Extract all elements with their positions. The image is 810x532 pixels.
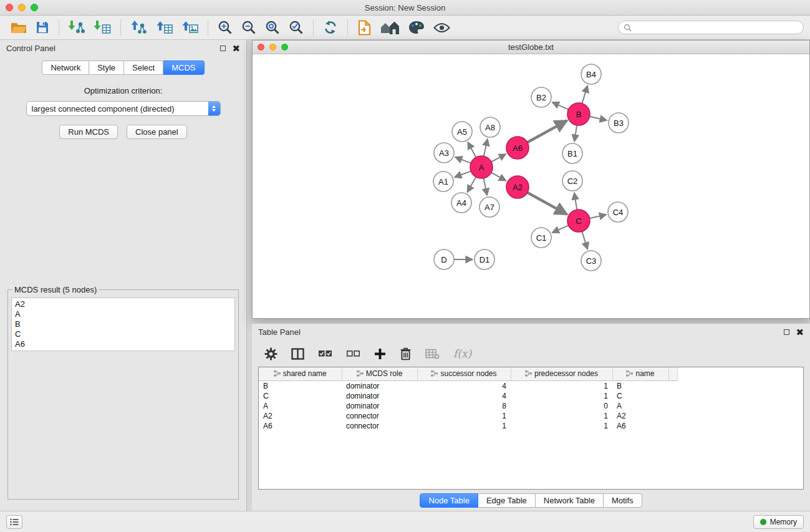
network-node-B[interactable]: B (567, 103, 590, 125)
tab-network[interactable]: Network (42, 60, 89, 75)
export-network-button[interactable] (126, 19, 152, 36)
network-edge-C-C4[interactable] (590, 215, 607, 218)
mcds-result-item-a2[interactable]: A2 (15, 299, 231, 309)
network-edge-A-A7[interactable] (484, 178, 488, 196)
network-overview-button[interactable] (376, 19, 404, 36)
show-graphics-details-button[interactable] (429, 21, 455, 34)
network-canvas[interactable]: B4B2BB3A5A8A6B1A3AC2A1A2A4A7C4CC1C3DD1 (253, 54, 809, 318)
network-edge-A-A3[interactable] (455, 157, 471, 163)
tab-select[interactable]: Select (124, 60, 163, 75)
column-header-successor-nodes[interactable]: successor nodes (417, 367, 511, 380)
table-settings-button[interactable] (261, 346, 281, 362)
network-node-D[interactable]: D (434, 249, 454, 269)
import-file-button[interactable] (353, 19, 376, 37)
deselect-all-button[interactable] (342, 348, 364, 359)
network-node-D1[interactable]: D1 (475, 249, 494, 269)
close-table-panel-icon[interactable]: ✖ (796, 329, 804, 335)
open-file-button[interactable] (6, 19, 31, 36)
tab-mcds[interactable]: MCDS (163, 60, 204, 75)
delete-table-button[interactable] (422, 347, 443, 360)
network-node-A4[interactable]: A4 (451, 193, 471, 213)
table-row-a[interactable]: Adominator80A (259, 401, 677, 411)
network-edge-B-B4[interactable] (582, 85, 587, 104)
column-header-name[interactable]: name (612, 367, 668, 380)
network-node-A3[interactable]: A3 (434, 143, 454, 163)
column-header-predecessor-nodes[interactable]: predecessor nodes (511, 367, 612, 380)
network-edge-A2-C[interactable] (528, 193, 567, 215)
column-header-shared-name[interactable]: shared name (259, 367, 342, 380)
export-table-button[interactable] (152, 19, 177, 36)
network-node-B3[interactable]: B3 (609, 113, 629, 133)
table-row-c[interactable]: Cdominator41C (259, 391, 677, 401)
network-graph[interactable]: B4B2BB3A5A8A6B1A3AC2A1A2A4A7C4CC1C3DD1 (253, 54, 809, 317)
network-edge-B-B3[interactable] (590, 117, 607, 120)
search-box[interactable] (618, 21, 804, 34)
network-edge-A-A2[interactable] (491, 173, 506, 181)
network-node-A7[interactable]: A7 (480, 197, 499, 217)
network-node-C3[interactable]: C3 (581, 251, 601, 271)
table-tab-motifs[interactable]: Motifs (604, 493, 642, 508)
network-edge-A6-B[interactable] (528, 120, 567, 142)
network-edge-A-A6[interactable] (491, 154, 506, 162)
network-edge-A-A5[interactable] (468, 142, 476, 158)
table-row-a2[interactable]: A2connector11A2 (259, 411, 677, 421)
zoom-in-button[interactable] (213, 19, 237, 36)
mcds-result-item-c[interactable]: C (15, 329, 231, 339)
float-panel-icon[interactable] (220, 46, 226, 51)
column-header-MCDS-role[interactable]: MCDS role (342, 367, 417, 380)
zoom-fit-button[interactable] (261, 19, 284, 36)
network-edge-C-C3[interactable] (582, 231, 587, 249)
import-table-button[interactable] (90, 19, 115, 36)
zoom-selected-button[interactable] (284, 19, 308, 36)
node-table[interactable]: shared nameMCDS rolesuccessor nodesprede… (258, 367, 804, 490)
export-image-button[interactable] (177, 19, 203, 36)
network-node-A2[interactable]: A2 (506, 176, 529, 198)
mcds-result-item-b[interactable]: B (15, 319, 231, 329)
network-node-B2[interactable]: B2 (531, 87, 551, 107)
network-edge-B-B1[interactable] (574, 125, 577, 142)
function-builder-button[interactable]: f(x) (450, 346, 475, 361)
memory-button[interactable]: Memory (753, 515, 804, 529)
add-column-button[interactable] (370, 347, 390, 361)
network-node-A5[interactable]: A5 (452, 122, 472, 142)
network-edge-A-A1[interactable] (455, 171, 471, 177)
network-edge-C-C2[interactable] (574, 193, 577, 210)
network-edge-A-A4[interactable] (467, 177, 476, 193)
network-node-C1[interactable]: C1 (531, 228, 551, 248)
style-palette-button[interactable] (404, 19, 429, 36)
network-node-C2[interactable]: C2 (562, 171, 582, 191)
task-history-button[interactable] (6, 515, 22, 529)
import-network-button[interactable] (64, 19, 90, 36)
table-tab-network-table[interactable]: Network Table (536, 493, 604, 508)
network-node-B1[interactable]: B1 (562, 143, 582, 163)
close-panel-button[interactable]: Close panel (127, 125, 187, 139)
search-input[interactable] (635, 23, 798, 32)
network-node-A[interactable]: A (470, 156, 493, 178)
network-edge-B-B2[interactable] (552, 102, 568, 110)
network-edge-A-A8[interactable] (484, 139, 488, 157)
float-table-panel-icon[interactable] (784, 329, 789, 335)
criterion-dropdown[interactable]: largest connected component (directed) (26, 101, 221, 116)
network-node-B4[interactable]: B4 (581, 64, 601, 84)
select-all-button[interactable] (314, 348, 336, 359)
close-panel-icon[interactable]: ✖ (232, 46, 240, 51)
network-node-A1[interactable]: A1 (433, 172, 453, 191)
mcds-result-item-a6[interactable]: A6 (15, 339, 231, 349)
refresh-view-button[interactable] (319, 19, 342, 36)
network-edge-C-C1[interactable] (552, 225, 568, 233)
network-node-A6[interactable]: A6 (506, 137, 529, 159)
network-node-A8[interactable]: A8 (480, 117, 500, 137)
table-row-b[interactable]: Bdominator41B (259, 380, 677, 391)
network-node-C[interactable]: C (567, 210, 590, 232)
zoom-out-button[interactable] (237, 19, 261, 36)
table-row-a6[interactable]: A6connector11A6 (259, 421, 677, 431)
save-session-button[interactable] (31, 19, 54, 36)
delete-column-button[interactable] (396, 346, 415, 362)
network-node-C4[interactable]: C4 (608, 202, 628, 222)
tab-style[interactable]: Style (89, 60, 124, 75)
table-tab-node-table[interactable]: Node Table (420, 493, 478, 508)
mcds-result-item-a[interactable]: A (15, 309, 231, 319)
run-mcds-button[interactable]: Run MCDS (59, 125, 118, 139)
column-layout-button[interactable] (287, 347, 308, 361)
table-tab-edge-table[interactable]: Edge Table (478, 493, 536, 508)
